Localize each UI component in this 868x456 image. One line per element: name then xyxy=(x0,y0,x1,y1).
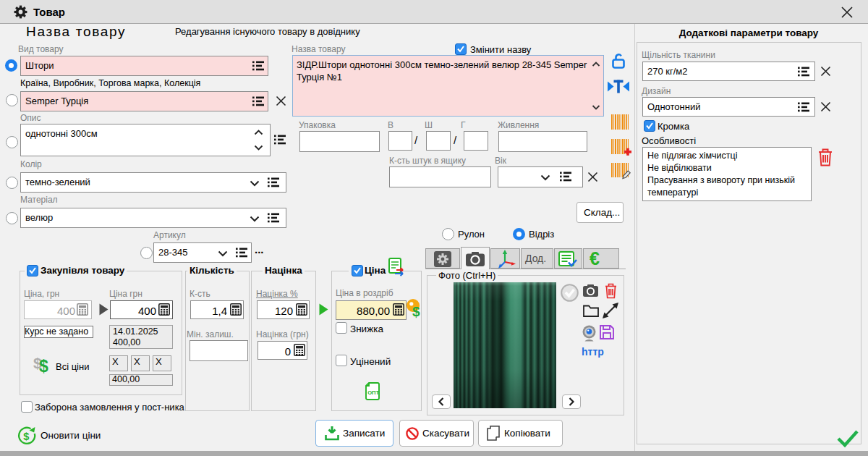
svg-text:$: $ xyxy=(23,431,29,442)
svg-text:ОПТ: ОПТ xyxy=(367,389,379,396)
svg-text:$: $ xyxy=(412,304,420,319)
